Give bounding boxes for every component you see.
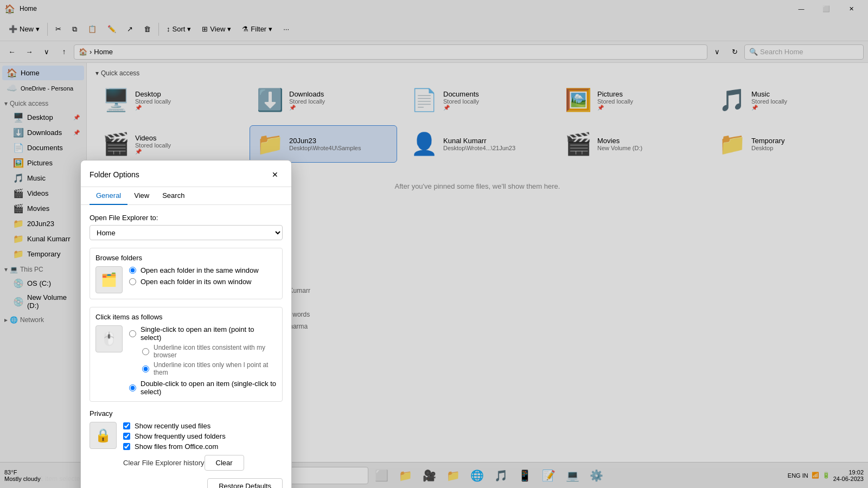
privacy-section: Privacy 🔒 Show recently used files Show … bbox=[90, 409, 283, 471]
clear-history-row: Clear File Explorer history Clear bbox=[123, 455, 244, 471]
dialog-body: Open File Explorer to: Home This PC Brow… bbox=[81, 205, 291, 488]
browse-preview-icon: 🗂️ bbox=[95, 266, 123, 293]
browse-radio-group: Open each folder in the same window Open… bbox=[129, 266, 259, 286]
underline-on-point[interactable]: Underline icon titles only when I point … bbox=[142, 361, 277, 376]
click-items-section: Click items as follows 🖱️ Single-click t… bbox=[90, 307, 283, 402]
dialog-tabs: General View Search bbox=[81, 187, 291, 205]
single-click-option[interactable]: Single-click to open an item (point to s… bbox=[129, 325, 277, 342]
double-click-option[interactable]: Double-click to open an item (single-cli… bbox=[129, 380, 277, 396]
open-explorer-row: Open File Explorer to: Home This PC bbox=[90, 214, 283, 240]
tab-general[interactable]: General bbox=[90, 187, 127, 205]
click-options: Single-click to open an item (point to s… bbox=[129, 325, 277, 396]
clear-history-label: Clear File Explorer history bbox=[123, 459, 205, 467]
browse-folders-section: Browse folders 🗂️ Open each folder in th… bbox=[90, 248, 283, 299]
browse-folders-title: Browse folders bbox=[95, 254, 277, 262]
dialog-title-bar: Folder Options ✕ bbox=[81, 160, 291, 187]
clear-history-button[interactable]: Clear bbox=[205, 455, 244, 471]
browse-same-window[interactable]: Open each folder in the same window bbox=[129, 266, 259, 274]
dialog-title: Folder Options bbox=[90, 170, 267, 179]
tab-search[interactable]: Search bbox=[156, 187, 191, 205]
folder-options-dialog: Folder Options ✕ General View Search Ope… bbox=[80, 160, 292, 488]
sub-click-options: Underline icon titles consistent with my… bbox=[142, 344, 277, 376]
show-recent-files[interactable]: Show recently used files bbox=[123, 422, 244, 430]
tab-view[interactable]: View bbox=[127, 187, 156, 205]
show-office-files[interactable]: Show files from Office.com bbox=[123, 442, 244, 451]
underline-consistent[interactable]: Underline icon titles consistent with my… bbox=[142, 344, 277, 359]
restore-row: Restore Defaults bbox=[90, 478, 283, 488]
privacy-options: Show recently used files Show frequently… bbox=[123, 422, 244, 471]
open-explorer-label: Open File Explorer to: bbox=[90, 214, 283, 222]
restore-defaults-button[interactable]: Restore Defaults bbox=[207, 478, 283, 488]
click-items-title: Click items as follows bbox=[95, 313, 277, 321]
privacy-title: Privacy bbox=[90, 409, 283, 418]
click-preview-icon: 🖱️ bbox=[95, 325, 123, 352]
browse-own-window[interactable]: Open each folder in its own window bbox=[129, 278, 259, 286]
dialog-overlay: Folder Options ✕ General View Search Ope… bbox=[0, 0, 868, 488]
open-explorer-select[interactable]: Home This PC bbox=[90, 225, 283, 240]
privacy-preview-icon: 🔒 bbox=[90, 422, 117, 449]
show-frequent-folders[interactable]: Show frequently used folders bbox=[123, 432, 244, 440]
dialog-close-button[interactable]: ✕ bbox=[267, 167, 283, 182]
